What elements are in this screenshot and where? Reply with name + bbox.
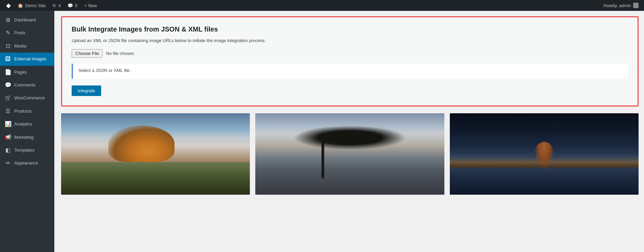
- file-info-text: Select a JSON or XML file.: [78, 68, 131, 73]
- no-file-label: No file chosen: [106, 51, 134, 56]
- adminbar-comments[interactable]: 💬 0: [64, 0, 81, 11]
- adminbar-site-name: Demo Site: [25, 3, 46, 8]
- sidebar-item-templates[interactable]: ◧ Templates: [0, 144, 54, 157]
- choose-file-button[interactable]: Choose File: [72, 49, 103, 58]
- howdy-text: Howdy, admin: [604, 3, 631, 8]
- sidebar-label-pages: Pages: [14, 69, 27, 75]
- sidebar-icon-appearance: ✏: [5, 159, 11, 167]
- upload-box: Bulk Integrate Images from JSON & XML fi…: [61, 16, 639, 106]
- sidebar-item-pages[interactable]: 📄 Pages: [0, 66, 54, 79]
- gallery-image-1: [61, 113, 250, 195]
- file-input-row: Choose File No file chosen: [72, 49, 628, 58]
- sidebar-icon-woocommerce: 🛒: [5, 94, 11, 102]
- adminbar-site[interactable]: 🏠 Demo Site: [14, 0, 49, 11]
- sidebar: ⊞ Dashboard ✎ Posts ⊡ Media 🖼 External I…: [0, 11, 54, 252]
- sidebar-icon-pages: 📄: [5, 69, 11, 76]
- image-gallery: [61, 113, 639, 195]
- wp-logo[interactable]: ◆: [3, 2, 14, 9]
- sidebar-item-woocommerce[interactable]: 🛒 WooCommerce: [0, 92, 54, 104]
- sidebar-label-marketing: Marketing: [14, 134, 34, 140]
- sidebar-icon-comments: 💬: [5, 81, 11, 89]
- file-info-box: Select a JSON or XML file.: [72, 64, 628, 79]
- sidebar-item-marketing[interactable]: 📢 Marketing: [0, 131, 54, 144]
- admin-bar: ◆ 🏠 Demo Site ↻ 4 💬 0 + New Howdy, admin: [0, 0, 644, 11]
- sidebar-icon-dashboard: ⊞: [5, 16, 11, 24]
- adminbar-new[interactable]: + New: [81, 0, 100, 11]
- sidebar-icon-templates: ◧: [5, 147, 11, 154]
- sidebar-icon-external-images: 🖼: [5, 55, 11, 63]
- integrate-button[interactable]: Integrate: [72, 85, 101, 96]
- sidebar-label-templates: Templates: [14, 147, 34, 153]
- upload-title: Bulk Integrate Images from JSON & XML fi…: [72, 25, 628, 33]
- sidebar-icon-media: ⊡: [5, 42, 11, 50]
- sidebar-item-appearance[interactable]: ✏ Appearance: [0, 157, 54, 170]
- sidebar-icon-marketing: 📢: [5, 134, 11, 141]
- comments-icon: 💬: [68, 3, 73, 8]
- sidebar-label-comments: Comments: [14, 82, 36, 88]
- sidebar-icon-analytics: 📊: [5, 120, 11, 128]
- updates-icon: ↻: [53, 3, 56, 8]
- sidebar-item-dashboard[interactable]: ⊞ Dashboard: [0, 14, 54, 26]
- sidebar-item-external-images[interactable]: 🖼 External Images: [0, 53, 54, 65]
- sidebar-label-media: Media: [14, 43, 26, 49]
- sidebar-item-comments[interactable]: 💬 Comments: [0, 79, 54, 92]
- sidebar-label-products: Products: [14, 108, 32, 114]
- adminbar-updates[interactable]: ↻ 4: [49, 0, 64, 11]
- user-avatar: [633, 3, 639, 8]
- sidebar-label-posts: Posts: [14, 30, 25, 36]
- sidebar-label-appearance: Appearance: [14, 160, 38, 166]
- sidebar-label-analytics: Analytics: [14, 121, 32, 127]
- updates-count: 4: [58, 3, 61, 8]
- comments-count: 0: [75, 3, 77, 8]
- adminbar-new-label: + New: [84, 3, 97, 8]
- sidebar-label-woocommerce: WooCommerce: [14, 95, 45, 101]
- adminbar-user: Howdy, admin: [604, 3, 641, 8]
- sidebar-icon-posts: ✎: [5, 29, 11, 37]
- main-content: Bulk Integrate Images from JSON & XML fi…: [54, 11, 644, 252]
- sidebar-item-media[interactable]: ⊡ Media: [0, 40, 54, 53]
- sidebar-icon-products: ☰: [5, 108, 11, 115]
- gallery-image-2: [255, 113, 444, 195]
- upload-description: Upload an XML or JSON file containing im…: [72, 38, 628, 43]
- gallery-image-3: [450, 113, 639, 195]
- sidebar-label-dashboard: Dashboard: [14, 17, 36, 23]
- sidebar-item-products[interactable]: ☰ Products: [0, 105, 54, 118]
- home-icon: 🏠: [18, 3, 23, 8]
- sidebar-label-external-images: External Images: [14, 56, 46, 62]
- sidebar-item-analytics[interactable]: 📊 Analytics: [0, 118, 54, 131]
- sidebar-item-posts[interactable]: ✎ Posts: [0, 26, 54, 39]
